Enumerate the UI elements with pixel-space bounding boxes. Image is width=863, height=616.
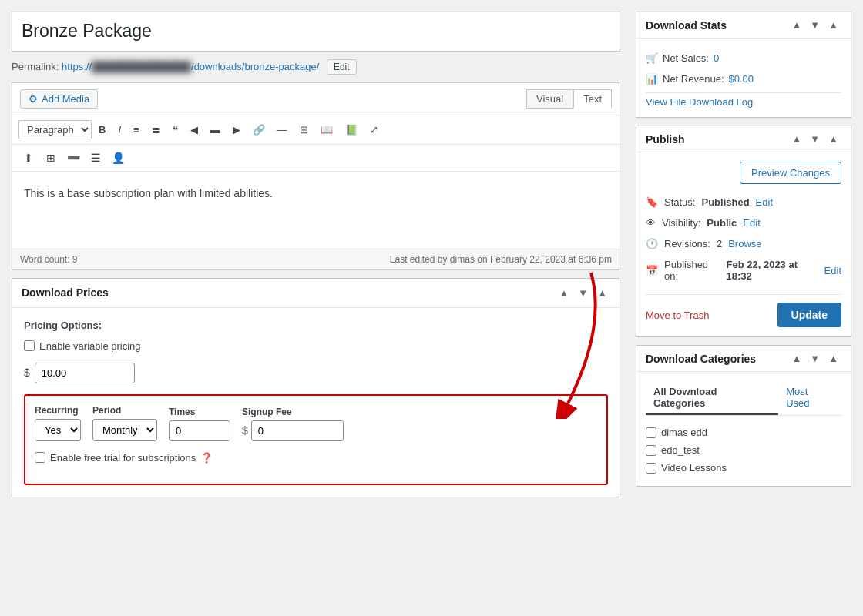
paragraph-select[interactable]: Paragraph <box>18 120 92 139</box>
categories-down-button[interactable]: ▼ <box>807 352 823 365</box>
align-right-button[interactable]: ▶ <box>227 121 246 139</box>
free-trial-row: Enable free trial for subscriptions ❓ <box>35 452 597 464</box>
status-edit-link[interactable]: Edit <box>756 196 773 208</box>
table-button[interactable]: ⊞ <box>294 121 314 139</box>
signup-fee-input[interactable] <box>251 420 344 441</box>
visual-tab[interactable]: Visual <box>526 89 573 109</box>
minus-icon[interactable]: ➖ <box>63 149 83 167</box>
book-button[interactable]: 📗 <box>340 121 363 139</box>
ordered-list-button[interactable]: ≣ <box>146 121 166 139</box>
pricing-options-label: Pricing Options: <box>24 320 608 331</box>
update-button[interactable]: Update <box>777 303 841 327</box>
preview-changes-button[interactable]: Preview Changes <box>740 162 841 184</box>
publish-header: Publish ▲ ▼ ▲ <box>636 126 851 152</box>
status-value: Published <box>701 196 749 208</box>
italic-button[interactable]: I <box>112 121 126 139</box>
categories-toggle-button[interactable]: ▲ <box>825 352 841 365</box>
dollar-sign: $ <box>24 367 30 379</box>
signup-fee-field-group: Signup Fee $ <box>242 407 344 441</box>
collapse-up-button[interactable]: ▲ <box>556 286 572 300</box>
stats-toggle-button[interactable]: ▲ <box>825 18 841 32</box>
stats-up-button[interactable]: ▲ <box>788 18 804 32</box>
price-input[interactable] <box>35 363 135 383</box>
period-select[interactable]: Monthly Weekly Yearly Daily <box>92 419 157 441</box>
link-button[interactable]: 🔗 <box>247 121 270 139</box>
signup-fee-label: Signup Fee <box>242 407 344 417</box>
net-sales-value[interactable]: 0 <box>714 52 719 64</box>
times-input[interactable] <box>169 420 230 441</box>
category-label-edd-test: edd_test <box>661 444 700 456</box>
stats-divider <box>646 92 841 93</box>
last-edited: Last edited by dimas on February 22, 202… <box>390 254 612 265</box>
calendar-icon: 📅 <box>646 265 658 276</box>
add-media-button[interactable]: ⚙ Add Media <box>20 89 98 109</box>
user-icon[interactable]: 👤 <box>108 149 128 167</box>
post-title-input[interactable] <box>22 20 610 43</box>
open-book-button[interactable]: 📖 <box>315 121 338 139</box>
align-left-button[interactable]: ◀ <box>185 121 203 139</box>
editor-text: This is a base subscription plan with li… <box>24 187 273 199</box>
align-center-button[interactable]: ▬ <box>205 121 226 139</box>
view-download-log-link[interactable]: View File Download Log <box>646 96 753 108</box>
category-label-video-lessons: Video Lessons <box>661 462 727 474</box>
download-prices-metabox: Download Prices ▲ ▼ ▲ Pricing Options: E… <box>12 278 620 497</box>
bold-button[interactable]: B <box>93 121 111 139</box>
stats-down-button[interactable]: ▼ <box>807 18 823 32</box>
download-categories-title: Download Categories <box>646 353 756 365</box>
toolbar-row-2: ⬆ ⊞ ➖ ☰ 👤 <box>12 145 620 172</box>
category-checkbox-video-lessons[interactable] <box>646 463 656 474</box>
fullscreen-button[interactable]: ⤢ <box>364 121 384 139</box>
enable-variable-pricing-row: Enable variable pricing <box>24 340 608 352</box>
clock-icon: 🕐 <box>646 238 658 249</box>
editor-top-row: ⚙ Add Media Visual Text <box>12 83 620 116</box>
free-trial-checkbox[interactable] <box>35 452 45 463</box>
more-button[interactable]: — <box>272 121 293 139</box>
status-icon: 🔖 <box>646 196 658 208</box>
published-label: Published on: <box>664 259 720 282</box>
permalink-path[interactable]: /downloads/bronze-package/ <box>191 61 319 72</box>
publish-down-button[interactable]: ▼ <box>807 132 823 146</box>
upload-icon[interactable]: ⬆ <box>18 149 39 167</box>
net-revenue-label: Net Revenue: <box>663 73 724 85</box>
published-row: 📅 Published on: Feb 22, 2023 at 18:32 Ed… <box>646 254 841 286</box>
most-used-tab[interactable]: Most Used <box>778 381 841 415</box>
editor-area: ⚙ Add Media Visual Text Paragraph B I ≡ … <box>12 82 620 270</box>
net-sales-row: 🛒 Net Sales: 0 <box>646 48 841 69</box>
visual-text-tabs: Visual Text <box>526 89 612 109</box>
published-edit-link[interactable]: Edit <box>824 265 841 276</box>
permalink-base-url[interactable]: https:// <box>62 61 92 72</box>
period-field-group: Period Monthly Weekly Yearly Daily <box>92 405 157 441</box>
text-tab[interactable]: Text <box>573 89 612 109</box>
categories-up-button[interactable]: ▲ <box>788 352 804 365</box>
publish-toggle-button[interactable]: ▲ <box>825 132 841 146</box>
move-to-trash-link[interactable]: Move to Trash <box>646 310 709 321</box>
unordered-list-button[interactable]: ≡ <box>128 121 145 139</box>
editor-content[interactable]: This is a base subscription plan with li… <box>12 172 620 249</box>
toolbar-row-1: Paragraph B I ≡ ≣ ❝ ◀ ▬ ▶ 🔗 — ⊞ 📖 📗 ⤢ <box>12 116 620 145</box>
permalink-edit-button[interactable]: Edit <box>327 59 357 75</box>
revisions-browse-link[interactable]: Browse <box>728 238 761 249</box>
download-stats-header: Download Stats ▲ ▼ ▲ <box>636 12 851 38</box>
toggle-button[interactable]: ▲ <box>594 286 610 300</box>
category-checkbox-dimas-edd[interactable] <box>646 427 656 438</box>
cart-icon: 🛒 <box>646 52 658 64</box>
net-revenue-value[interactable]: $0.00 <box>729 73 754 85</box>
status-label: Status: <box>664 196 695 208</box>
grid-icon[interactable]: ⊞ <box>41 149 61 167</box>
blockquote-button[interactable]: ❝ <box>167 121 183 139</box>
publish-content: Preview Changes 🔖 Status: Published Edit… <box>636 152 851 336</box>
collapse-down-button[interactable]: ▼ <box>575 286 591 300</box>
period-label: Period <box>92 405 157 416</box>
category-checkbox-edd-test[interactable] <box>646 445 656 456</box>
publish-up-button[interactable]: ▲ <box>788 132 804 146</box>
download-prices-content: Pricing Options: Enable variable pricing… <box>12 308 620 497</box>
help-icon: ❓ <box>200 452 213 464</box>
category-tabs: All Download Categories Most Used <box>646 381 841 416</box>
enable-variable-pricing-checkbox[interactable] <box>24 340 35 351</box>
category-item-video-lessons: Video Lessons <box>646 459 841 477</box>
recurring-select[interactable]: Yes No <box>35 419 81 441</box>
all-categories-tab[interactable]: All Download Categories <box>646 381 778 415</box>
list-icon[interactable]: ☰ <box>86 149 106 167</box>
download-categories-content: All Download Categories Most Used dimas … <box>636 372 851 486</box>
visibility-edit-link[interactable]: Edit <box>743 217 760 229</box>
